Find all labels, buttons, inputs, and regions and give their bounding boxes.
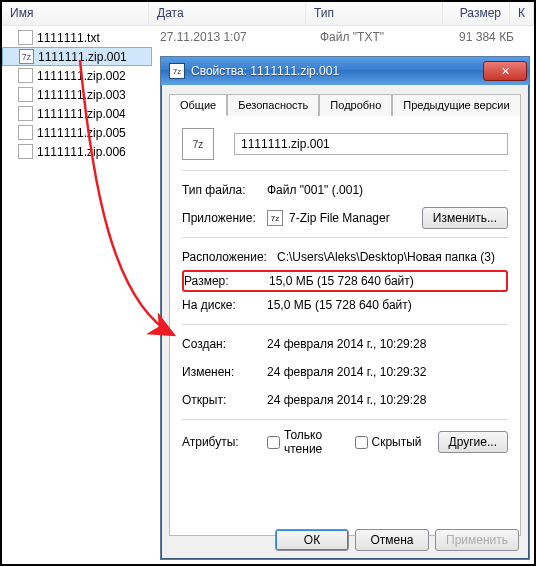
- attr-label: Атрибуты:: [182, 435, 267, 449]
- readonly-label: Только чтение: [284, 428, 339, 456]
- file-icon: [18, 106, 33, 121]
- close-button[interactable]: ✕: [483, 61, 527, 81]
- titlebar[interactable]: 7z Свойства: 1111111.zip.001 ✕: [161, 57, 529, 85]
- column-header: Имя Дата Тип Размер К: [2, 2, 534, 26]
- readonly-checkbox[interactable]: Только чтение: [267, 428, 339, 456]
- file-name: 1111111.zip.001: [38, 50, 127, 64]
- app-label: Приложение:: [182, 211, 267, 225]
- created-value: 24 февраля 2014 г., 10:29:28: [267, 337, 508, 351]
- size-value: 15,0 МБ (15 728 640 байт): [269, 274, 506, 288]
- dialog-buttons: ОК Отмена Применить: [275, 529, 519, 551]
- file-list: 1111111.txt7z1111111.zip.0011111111.zip.…: [2, 28, 152, 161]
- file-row[interactable]: 1111111.zip.002: [2, 66, 152, 85]
- opened-value: 24 февраля 2014 г., 10:29:28: [267, 393, 508, 407]
- filename-input[interactable]: [234, 133, 508, 155]
- ok-button[interactable]: ОК: [275, 529, 349, 551]
- file-row[interactable]: 1111111.zip.006: [2, 142, 152, 161]
- file-name: 1111111.zip.005: [37, 126, 126, 140]
- file-icon: [18, 125, 33, 140]
- text-file-icon: [18, 30, 33, 45]
- disk-label: На диске:: [182, 298, 267, 312]
- file-row[interactable]: 1111111.zip.005: [2, 123, 152, 142]
- other-button[interactable]: Другие...: [438, 431, 508, 453]
- tab-подробно[interactable]: Подробно: [319, 94, 392, 116]
- file-icon: [18, 87, 33, 102]
- modified-label: Изменен:: [182, 365, 267, 379]
- archive-icon: 7z: [19, 49, 34, 64]
- file-row[interactable]: 1111111.zip.003: [2, 85, 152, 104]
- disk-value: 15,0 МБ (15 728 640 байт): [267, 298, 508, 312]
- tab-общие[interactable]: Общие: [169, 94, 227, 116]
- file-icon: [18, 68, 33, 83]
- location-label: Расположение:: [182, 250, 277, 264]
- file-row[interactable]: 7z1111111.zip.001: [2, 47, 152, 66]
- created-label: Создан:: [182, 337, 267, 351]
- change-button[interactable]: Изменить...: [422, 207, 508, 229]
- cancel-button[interactable]: Отмена: [355, 529, 429, 551]
- hidden-label: Скрытый: [372, 435, 422, 449]
- properties-dialog: 7z Свойства: 1111111.zip.001 ✕ ОбщиеБезо…: [160, 56, 530, 560]
- titlebar-title: Свойства: 1111111.zip.001: [191, 64, 483, 78]
- titlebar-icon: 7z: [169, 63, 185, 79]
- col-size[interactable]: Размер: [443, 2, 510, 25]
- file-icon: [18, 144, 33, 159]
- file-row[interactable]: 1111111.zip.004: [2, 104, 152, 123]
- filetype-label: Тип файла:: [182, 183, 267, 197]
- col-date[interactable]: Дата: [149, 2, 306, 25]
- row0-size: 91 384 КБ: [452, 30, 520, 44]
- hidden-checkbox[interactable]: Скрытый: [355, 435, 422, 449]
- col-k[interactable]: К: [510, 2, 534, 25]
- tab-bar: ОбщиеБезопасностьПодробноПредыдущие верс…: [169, 93, 521, 116]
- file-name: 1111111.zip.003: [37, 88, 126, 102]
- file-name: 1111111.zip.002: [37, 69, 126, 83]
- app-value: 7-Zip File Manager: [289, 211, 390, 225]
- file-name: 1111111.zip.006: [37, 145, 126, 159]
- size-label: Размер:: [184, 274, 269, 288]
- file-name: 1111111.txt: [37, 31, 100, 45]
- file-row[interactable]: 1111111.txt: [2, 28, 152, 47]
- opened-label: Открыт:: [182, 393, 267, 407]
- file-name: 1111111.zip.004: [37, 107, 126, 121]
- tab-предыдущие версии[interactable]: Предыдущие версии: [392, 94, 520, 116]
- location-value: C:\Users\Aleks\Desktop\Новая папка (3): [277, 250, 508, 264]
- app-icon: 7z: [267, 210, 283, 226]
- file-big-icon: 7z: [182, 128, 214, 160]
- col-type[interactable]: Тип: [306, 2, 443, 25]
- row0-date: 27.11.2013 1:07: [152, 30, 312, 44]
- modified-value: 24 февраля 2014 г., 10:29:32: [267, 365, 508, 379]
- tab-безопасность[interactable]: Безопасность: [227, 94, 319, 116]
- filetype-value: Файл "001" (.001): [267, 183, 508, 197]
- apply-button[interactable]: Применить: [435, 529, 519, 551]
- first-row-values: 27.11.2013 1:07 Файл "TXT" 91 384 КБ: [152, 30, 520, 44]
- tab-panel-general: 7z Тип файла: Файл "001" (.001) Приложен…: [169, 116, 521, 536]
- row0-type: Файл "TXT": [312, 30, 452, 44]
- col-name[interactable]: Имя: [2, 2, 149, 25]
